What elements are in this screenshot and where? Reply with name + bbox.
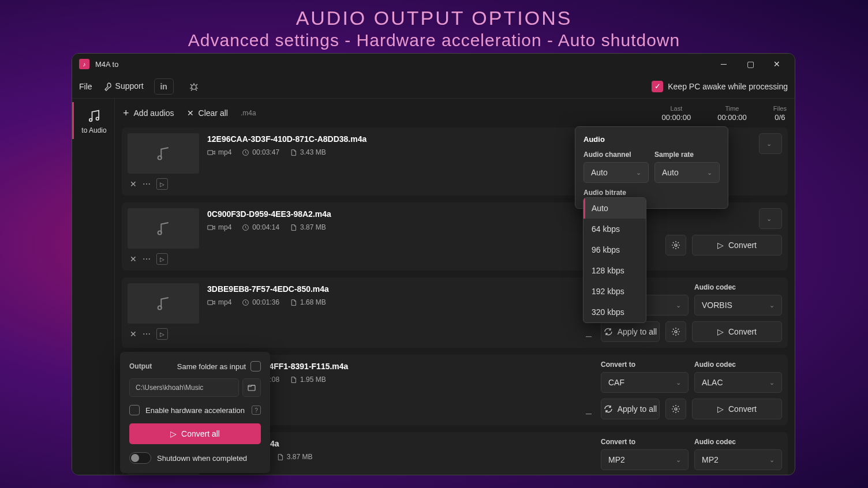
menu-support[interactable]: Support: [103, 81, 144, 91]
svg-rect-5: [208, 151, 213, 155]
svg-point-0: [192, 85, 196, 89]
svg-point-1: [89, 118, 92, 121]
convert-to-select[interactable]: MP2⌄: [601, 449, 689, 470]
bitrate-option[interactable]: 128 kbps: [583, 260, 646, 281]
duration-label: 00:04:14: [242, 223, 279, 231]
maximize-button[interactable]: ▢: [737, 55, 764, 73]
bitrate-dropdown: Auto64 kbps96 kbps128 kbps192 kbps320 kb…: [583, 197, 646, 323]
filename: 3DBE9EB8-7F57-4EDC-850.m4a: [207, 284, 593, 294]
svg-point-7: [158, 231, 162, 234]
checkbox-on-icon: ✓: [652, 81, 663, 92]
convert-all-button[interactable]: ▷ Convert all: [129, 423, 261, 444]
sidebar: to Audio: [72, 99, 115, 475]
svg-rect-9: [208, 226, 213, 230]
extension-label: .m4a: [241, 109, 256, 117]
help-icon[interactable]: ?: [252, 406, 261, 415]
duration-label: 00:01:36: [242, 298, 279, 306]
remove-button[interactable]: ✕: [130, 254, 137, 264]
sample-select[interactable]: Auto⌄: [654, 162, 720, 183]
app-title: M4A to: [95, 60, 118, 69]
svg-point-12: [158, 306, 162, 309]
plus-icon: +: [123, 107, 129, 119]
more-button[interactable]: ⋯: [143, 179, 151, 189]
stat-last: Last00:00:00: [662, 105, 691, 122]
play-icon: ▷: [170, 429, 177, 438]
apply-all-button[interactable]: Apply to all: [601, 399, 660, 419]
codec-label: Audio codec: [694, 438, 782, 446]
size-label: 3.87 MB: [290, 223, 326, 231]
convert-button[interactable]: ▷ Convert: [692, 321, 782, 342]
codec-select[interactable]: MP2⌄: [694, 449, 782, 470]
chevron-down-icon: ⌄: [707, 169, 712, 177]
add-audios-button[interactable]: + Add audios: [123, 107, 174, 119]
stat-files: Files0/6: [773, 105, 787, 122]
bitrate-option[interactable]: 64 kbps: [583, 219, 646, 239]
bitrate-option[interactable]: 320 kbps: [583, 302, 646, 322]
menu-file[interactable]: File: [79, 82, 92, 91]
toggle-off-icon: [129, 452, 151, 464]
size-label: 1.68 MB: [290, 298, 326, 306]
convert-to-select[interactable]: CAF⌄: [601, 372, 689, 393]
thumbnail: [128, 283, 199, 324]
close-button[interactable]: ✕: [764, 55, 790, 73]
app-icon: ♪: [79, 59, 89, 69]
size-label: 3.43 MB: [290, 148, 326, 156]
bitrate-option[interactable]: 192 kbps: [583, 281, 646, 302]
minimize-button[interactable]: ─: [710, 55, 737, 73]
more-button[interactable]: ⋯: [143, 329, 151, 339]
size-label: 3.87 MB: [276, 453, 313, 461]
keep-awake-toggle[interactable]: ✓ Keep PC awake while processing: [652, 81, 788, 92]
bug-icon[interactable]: [184, 78, 204, 95]
music-note-icon: [86, 107, 102, 124]
settings-button[interactable]: [665, 399, 686, 419]
size-label: 1.95 MB: [290, 376, 326, 384]
codec-select[interactable]: VORBIS⌄: [694, 295, 782, 316]
remove-button[interactable]: ✕: [130, 329, 137, 339]
svg-point-21: [675, 408, 677, 410]
collapse-button[interactable]: –: [586, 407, 592, 419]
settings-button[interactable]: [665, 235, 686, 256]
output-path-input[interactable]: C:\Users\khoah\Music: [129, 378, 239, 397]
play-button[interactable]: ▷: [156, 178, 168, 190]
truncated-select[interactable]: ⌄: [759, 133, 782, 154]
truncated-select[interactable]: ⌄: [759, 208, 782, 229]
browse-folder-button[interactable]: [242, 378, 261, 397]
format-label: mp4: [207, 298, 231, 306]
convert-button[interactable]: ▷ Convert: [692, 399, 782, 419]
sample-label: Sample rate: [654, 151, 720, 159]
output-title: Output: [129, 362, 152, 370]
stat-time: Time00:00:00: [717, 105, 747, 122]
sidebar-to-audio[interactable]: to Audio: [72, 102, 114, 139]
collapse-button[interactable]: –: [586, 330, 592, 342]
codec-select[interactable]: ALAC⌄: [694, 372, 782, 393]
promo-subtitle: Advanced settings - Hardware acceleratio…: [0, 31, 868, 50]
clear-all-button[interactable]: ✕ Clear all: [187, 108, 228, 118]
linkedin-icon[interactable]: in: [154, 78, 174, 95]
svg-point-3: [158, 156, 162, 159]
channel-select[interactable]: Auto⌄: [583, 162, 649, 183]
codec-label: Audio codec: [694, 283, 782, 291]
x-icon: ✕: [187, 108, 194, 118]
svg-rect-27: [248, 385, 255, 391]
filename: 0C900F3D-D959-4EE3-98A2.m4a: [207, 209, 593, 219]
thumbnail: [128, 133, 199, 174]
convert-button[interactable]: ▷ Convert: [692, 235, 782, 256]
play-button[interactable]: ▷: [156, 328, 168, 340]
wrench-icon: [103, 81, 112, 91]
bitrate-option[interactable]: Auto: [583, 198, 646, 219]
svg-point-2: [96, 117, 99, 120]
channel-label: Audio channel: [583, 151, 649, 159]
bitrate-option[interactable]: 96 kbps: [583, 239, 646, 260]
svg-rect-14: [208, 301, 213, 305]
menubar: File Support in ✓ Keep PC awake while pr…: [72, 74, 795, 99]
apply-all-button[interactable]: Apply to all: [601, 321, 660, 342]
hw-accel-checkbox[interactable]: Enable hardware acceleration ?: [129, 405, 261, 415]
settings-button[interactable]: [665, 321, 686, 342]
shutdown-toggle[interactable]: Shutdown when completed: [129, 452, 261, 464]
same-folder-checkbox[interactable]: Same folder as input: [177, 361, 261, 371]
more-button[interactable]: ⋯: [143, 254, 151, 264]
svg-point-11: [675, 244, 677, 246]
play-button[interactable]: ▷: [156, 253, 168, 265]
remove-button[interactable]: ✕: [130, 179, 137, 189]
output-panel: Output Same folder as input C:\Users\kho…: [120, 352, 270, 473]
